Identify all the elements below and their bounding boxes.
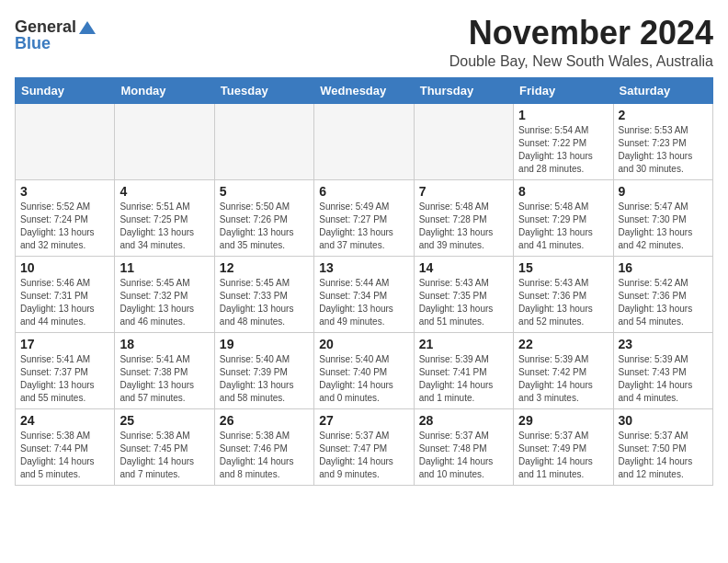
calendar-cell: [314, 103, 414, 179]
weekday-header-row: SundayMondayTuesdayWednesdayThursdayFrid…: [16, 77, 713, 103]
calendar-cell: 28Sunrise: 5:37 AMSunset: 7:48 PMDayligh…: [414, 408, 513, 485]
header: General Blue November 2024 Double Bay, N…: [15, 15, 713, 70]
calendar-cell: 17Sunrise: 5:41 AMSunset: 7:37 PMDayligh…: [16, 332, 115, 408]
calendar-week-row: 3Sunrise: 5:52 AMSunset: 7:24 PMDaylight…: [16, 179, 713, 256]
day-number: 5: [220, 184, 309, 199]
day-info: Sunrise: 5:40 AMSunset: 7:40 PMDaylight:…: [319, 353, 408, 405]
day-number: 28: [419, 413, 508, 428]
logo-blue-text: Blue: [15, 35, 51, 52]
day-number: 20: [319, 337, 408, 351]
calendar-cell: 2Sunrise: 5:53 AMSunset: 7:23 PMDaylight…: [613, 103, 712, 179]
day-number: 6: [319, 184, 408, 199]
day-number: 4: [119, 184, 209, 199]
day-number: 3: [20, 184, 109, 199]
day-info: Sunrise: 5:41 AMSunset: 7:37 PMDaylight:…: [20, 353, 109, 405]
day-info: Sunrise: 5:43 AMSunset: 7:36 PMDaylight:…: [518, 277, 608, 328]
day-number: 21: [419, 337, 508, 351]
weekday-header-saturday: Saturday: [613, 77, 712, 103]
day-info: Sunrise: 5:51 AMSunset: 7:25 PMDaylight:…: [119, 201, 209, 252]
calendar-cell: [414, 103, 513, 179]
day-info: Sunrise: 5:38 AMSunset: 7:44 PMDaylight:…: [20, 430, 109, 481]
day-number: 17: [20, 337, 109, 351]
weekday-header-wednesday: Wednesday: [314, 77, 414, 103]
calendar-cell: 30Sunrise: 5:37 AMSunset: 7:50 PMDayligh…: [613, 408, 712, 485]
day-info: Sunrise: 5:45 AMSunset: 7:32 PMDaylight:…: [119, 277, 209, 328]
day-number: 7: [419, 184, 508, 199]
calendar-cell: 12Sunrise: 5:45 AMSunset: 7:33 PMDayligh…: [214, 256, 313, 332]
day-number: 16: [619, 260, 708, 275]
day-info: Sunrise: 5:38 AMSunset: 7:46 PMDaylight:…: [220, 430, 309, 481]
day-number: 11: [119, 260, 209, 275]
day-number: 12: [220, 260, 309, 275]
weekday-header-tuesday: Tuesday: [214, 77, 313, 103]
day-info: Sunrise: 5:37 AMSunset: 7:48 PMDaylight:…: [419, 430, 508, 481]
calendar-cell: 18Sunrise: 5:41 AMSunset: 7:38 PMDayligh…: [115, 332, 214, 408]
calendar-cell: 20Sunrise: 5:40 AMSunset: 7:40 PMDayligh…: [314, 332, 414, 408]
day-info: Sunrise: 5:41 AMSunset: 7:38 PMDaylight:…: [119, 353, 209, 405]
weekday-header-sunday: Sunday: [16, 77, 115, 103]
calendar-cell: 27Sunrise: 5:37 AMSunset: 7:47 PMDayligh…: [314, 408, 414, 485]
calendar-cell: [16, 103, 115, 179]
logo-triangle-icon: [79, 21, 96, 34]
day-info: Sunrise: 5:39 AMSunset: 7:43 PMDaylight:…: [619, 353, 708, 405]
calendar-cell: 4Sunrise: 5:51 AMSunset: 7:25 PMDaylight…: [115, 179, 214, 256]
day-number: 29: [518, 413, 608, 428]
calendar-table: SundayMondayTuesdayWednesdayThursdayFrid…: [15, 77, 713, 486]
day-info: Sunrise: 5:37 AMSunset: 7:49 PMDaylight:…: [518, 430, 608, 481]
day-info: Sunrise: 5:50 AMSunset: 7:26 PMDaylight:…: [220, 201, 309, 252]
calendar-cell: 9Sunrise: 5:47 AMSunset: 7:30 PMDaylight…: [613, 179, 712, 256]
day-info: Sunrise: 5:39 AMSunset: 7:42 PMDaylight:…: [518, 353, 608, 405]
calendar-cell: [115, 103, 214, 179]
weekday-header-monday: Monday: [115, 77, 214, 103]
day-number: 10: [20, 260, 109, 275]
day-info: Sunrise: 5:40 AMSunset: 7:39 PMDaylight:…: [220, 353, 309, 405]
calendar-week-row: 24Sunrise: 5:38 AMSunset: 7:44 PMDayligh…: [16, 408, 713, 485]
calendar-cell: 23Sunrise: 5:39 AMSunset: 7:43 PMDayligh…: [613, 332, 712, 408]
day-number: 23: [619, 337, 708, 351]
day-info: Sunrise: 5:44 AMSunset: 7:34 PMDaylight:…: [319, 277, 408, 328]
location-title: Double Bay, New South Wales, Australia: [449, 53, 713, 70]
calendar-cell: 25Sunrise: 5:38 AMSunset: 7:45 PMDayligh…: [115, 408, 214, 485]
calendar-cell: 11Sunrise: 5:45 AMSunset: 7:32 PMDayligh…: [115, 256, 214, 332]
day-number: 2: [619, 108, 708, 122]
calendar-cell: 10Sunrise: 5:46 AMSunset: 7:31 PMDayligh…: [16, 256, 115, 332]
calendar-cell: 21Sunrise: 5:39 AMSunset: 7:41 PMDayligh…: [414, 332, 513, 408]
calendar-cell: 8Sunrise: 5:48 AMSunset: 7:29 PMDaylight…: [514, 179, 613, 256]
calendar-cell: 14Sunrise: 5:43 AMSunset: 7:35 PMDayligh…: [414, 256, 513, 332]
day-info: Sunrise: 5:42 AMSunset: 7:36 PMDaylight:…: [619, 277, 708, 328]
day-number: 22: [518, 337, 608, 351]
day-info: Sunrise: 5:49 AMSunset: 7:27 PMDaylight:…: [319, 201, 408, 252]
day-number: 24: [20, 413, 109, 428]
calendar-cell: 13Sunrise: 5:44 AMSunset: 7:34 PMDayligh…: [314, 256, 414, 332]
day-info: Sunrise: 5:37 AMSunset: 7:50 PMDaylight:…: [619, 430, 708, 481]
day-info: Sunrise: 5:37 AMSunset: 7:47 PMDaylight:…: [319, 430, 408, 481]
day-number: 25: [119, 413, 209, 428]
day-info: Sunrise: 5:46 AMSunset: 7:31 PMDaylight:…: [20, 277, 109, 328]
day-info: Sunrise: 5:52 AMSunset: 7:24 PMDaylight:…: [20, 201, 109, 252]
day-number: 30: [619, 413, 708, 428]
day-number: 13: [319, 260, 408, 275]
calendar-cell: 5Sunrise: 5:50 AMSunset: 7:26 PMDaylight…: [214, 179, 313, 256]
day-number: 18: [119, 337, 209, 351]
logo: General Blue: [15, 18, 96, 52]
calendar-cell: [214, 103, 313, 179]
day-info: Sunrise: 5:39 AMSunset: 7:41 PMDaylight:…: [419, 353, 508, 405]
day-number: 15: [518, 260, 608, 275]
logo-general-text: General: [15, 18, 76, 35]
calendar-cell: 19Sunrise: 5:40 AMSunset: 7:39 PMDayligh…: [214, 332, 313, 408]
day-info: Sunrise: 5:54 AMSunset: 7:22 PMDaylight:…: [518, 124, 608, 176]
weekday-header-thursday: Thursday: [414, 77, 513, 103]
calendar-cell: 6Sunrise: 5:49 AMSunset: 7:27 PMDaylight…: [314, 179, 414, 256]
day-info: Sunrise: 5:43 AMSunset: 7:35 PMDaylight:…: [419, 277, 508, 328]
day-number: 8: [518, 184, 608, 199]
day-number: 27: [319, 413, 408, 428]
day-info: Sunrise: 5:48 AMSunset: 7:28 PMDaylight:…: [419, 201, 508, 252]
calendar-week-row: 10Sunrise: 5:46 AMSunset: 7:31 PMDayligh…: [16, 256, 713, 332]
calendar-cell: 3Sunrise: 5:52 AMSunset: 7:24 PMDaylight…: [16, 179, 115, 256]
calendar-cell: 1Sunrise: 5:54 AMSunset: 7:22 PMDaylight…: [514, 103, 613, 179]
day-number: 1: [518, 108, 608, 122]
calendar-cell: 15Sunrise: 5:43 AMSunset: 7:36 PMDayligh…: [514, 256, 613, 332]
calendar-cell: 16Sunrise: 5:42 AMSunset: 7:36 PMDayligh…: [613, 256, 712, 332]
day-number: 26: [220, 413, 309, 428]
calendar-cell: 22Sunrise: 5:39 AMSunset: 7:42 PMDayligh…: [514, 332, 613, 408]
